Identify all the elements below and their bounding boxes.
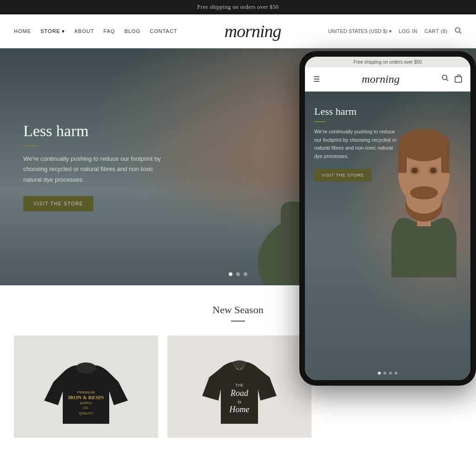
product-image-2: THE Road is Home [167, 335, 311, 438]
cart-link[interactable]: CART (8) [424, 28, 448, 34]
svg-point-15 [348, 142, 357, 150]
hero-dot-3[interactable] [244, 272, 247, 276]
svg-point-17 [76, 362, 96, 374]
hero-divider [23, 145, 37, 146]
hero-title: Less harm [23, 122, 172, 140]
product-card-1[interactable]: PREMIUM IRON & RESIN SUPPLY CO. QUALITY [14, 335, 158, 438]
svg-point-0 [455, 27, 460, 32]
svg-text:is: is [238, 399, 241, 404]
announcement-bar: Free shipping on orders over $50 [0, 0, 476, 14]
svg-text:Home: Home [229, 405, 250, 414]
nav-faq[interactable]: FAQ [104, 28, 115, 34]
svg-text:SUPPLY: SUPPLY [79, 401, 92, 405]
page-wrapper: Free shipping on orders over $50 HOME ST… [0, 0, 476, 447]
svg-text:Road: Road [230, 388, 249, 398]
nav-contact[interactable]: CONTACT [150, 28, 177, 34]
hero-dots [229, 272, 247, 276]
hero-description: We're continually pushing to reduce our … [23, 154, 172, 184]
svg-text:IRON & RESIN: IRON & RESIN [68, 395, 104, 400]
main-nav: HOME STORE ▾ ABOUT FAQ BLOG CONTACT [14, 28, 178, 34]
login-link[interactable]: LOG IN [399, 28, 417, 34]
announcement-text: Free shipping on orders over $50 [198, 4, 279, 10]
product-image-1: PREMIUM IRON & RESIN SUPPLY CO. QUALITY [14, 335, 158, 438]
hero-person-image [244, 48, 439, 285]
hero-section: Less harm We're continually pushing to r… [0, 48, 476, 285]
new-season-title: New Season [14, 304, 462, 316]
new-season-divider [231, 321, 245, 322]
chevron-down-icon: ▾ [62, 28, 65, 34]
hero-dot-1[interactable] [229, 272, 232, 276]
nav-about[interactable]: ABOUT [74, 28, 94, 34]
chevron-down-icon: ▾ [389, 28, 392, 34]
search-icon[interactable] [455, 27, 462, 36]
region-selector[interactable]: UNITED STATES (USD $) ▾ [328, 28, 392, 34]
svg-text:PREMIUM: PREMIUM [77, 390, 95, 395]
nav-home[interactable]: HOME [14, 28, 31, 34]
svg-text:THE: THE [235, 383, 244, 388]
svg-point-14 [325, 142, 334, 150]
products-row: PREMIUM IRON & RESIN SUPPLY CO. QUALITY [14, 335, 462, 438]
site-logo[interactable]: morning [225, 21, 281, 41]
product-card-2[interactable]: THE Road is Home [167, 335, 311, 438]
svg-rect-3 [281, 202, 402, 285]
nav-store[interactable]: STORE ▾ [40, 28, 65, 34]
header: HOME STORE ▾ ABOUT FAQ BLOG CONTACT morn… [0, 14, 476, 48]
svg-point-16 [336, 155, 347, 170]
hero-content: Less harm We're continually pushing to r… [0, 122, 195, 211]
svg-text:QUALITY: QUALITY [79, 412, 93, 415]
hero-dot-2[interactable] [236, 272, 240, 276]
new-season-section: New Season PREMIUM IRON & RESIN SUPPLY C… [0, 285, 476, 447]
svg-line-1 [459, 32, 461, 33]
hero-cta-button[interactable]: VISIT THE STORE [23, 196, 93, 211]
hero-next-arrow[interactable]: › [459, 155, 472, 178]
svg-text:CO.: CO. [83, 406, 89, 409]
nav-blog[interactable]: BLOG [125, 28, 141, 34]
svg-rect-8 [369, 111, 381, 148]
svg-rect-7 [302, 111, 313, 148]
svg-point-6 [302, 88, 381, 134]
header-right: UNITED STATES (USD $) ▾ LOG IN CART (8) [328, 27, 462, 36]
